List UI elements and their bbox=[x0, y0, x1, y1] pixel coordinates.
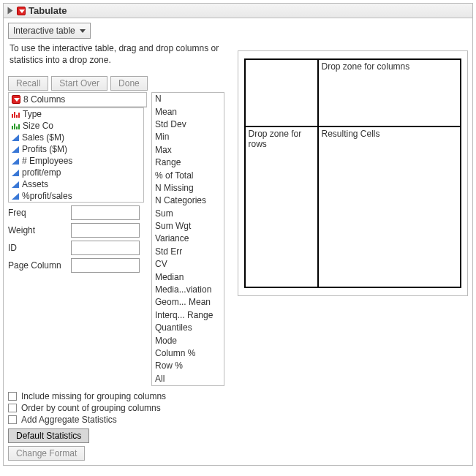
ordinal-icon bbox=[12, 122, 20, 129]
recall-button[interactable]: Recall bbox=[8, 76, 48, 91]
page-column-input[interactable] bbox=[71, 258, 140, 273]
column-item[interactable]: Type bbox=[9, 108, 143, 120]
columns-header[interactable]: 8 Columns bbox=[9, 93, 146, 107]
stat-item[interactable]: CV bbox=[152, 258, 224, 271]
stat-item[interactable]: Row % bbox=[152, 360, 224, 372]
dropzone-rows[interactable]: Drop zone for rows bbox=[245, 126, 318, 287]
column-item[interactable]: # Employees bbox=[9, 155, 143, 167]
mode-dropdown[interactable]: Interactive table bbox=[8, 23, 91, 39]
column-item-label: Sales ($M) bbox=[22, 132, 64, 143]
columns-list[interactable]: TypeSize CoSales ($M)Profits ($M)# Emplo… bbox=[8, 107, 144, 203]
mode-dropdown-label: Interactive table bbox=[13, 26, 75, 36]
columns-count-label: 8 Columns bbox=[23, 94, 65, 105]
stat-item[interactable]: Sum bbox=[152, 208, 224, 220]
stat-item[interactable]: All bbox=[152, 373, 224, 385]
column-item[interactable]: Assets bbox=[9, 178, 143, 190]
stat-item[interactable]: Column % bbox=[152, 347, 224, 360]
column-item-label: %profit/sales bbox=[22, 191, 72, 201]
stat-item[interactable]: Min bbox=[152, 131, 224, 143]
checkbox-icon bbox=[8, 404, 17, 412]
continuous-icon bbox=[12, 193, 19, 200]
continuous-icon bbox=[12, 146, 19, 153]
stat-item[interactable]: Sum Wgt bbox=[152, 220, 224, 233]
id-input[interactable] bbox=[71, 241, 140, 255]
helper-text: To use the interactive table, drag and d… bbox=[10, 43, 226, 66]
stat-item[interactable]: N Categories bbox=[152, 194, 224, 207]
column-item[interactable]: Size Co bbox=[9, 120, 143, 132]
freq-input[interactable] bbox=[71, 205, 140, 220]
column-item-label: profit/emp bbox=[22, 167, 61, 178]
stat-item[interactable]: Std Dev bbox=[152, 118, 224, 131]
column-item-label: Profits ($M) bbox=[22, 144, 67, 154]
stat-item[interactable]: Interq... Range bbox=[152, 309, 224, 322]
stat-item[interactable]: Range bbox=[152, 156, 224, 169]
column-item[interactable]: %profit/sales bbox=[9, 190, 143, 202]
include-missing-checkbox[interactable]: Include missing for grouping columns bbox=[8, 390, 227, 402]
stat-item[interactable]: % of Total bbox=[152, 170, 224, 182]
id-label: ID bbox=[8, 243, 68, 253]
dropzone-panel: Drop zone for columns Drop zone for rows… bbox=[238, 50, 469, 296]
tabulate-panel: Tabulate Interactive table To use the in… bbox=[3, 3, 473, 466]
add-aggregate-label: Add Aggregate Statistics bbox=[21, 415, 117, 425]
order-by-count-checkbox[interactable]: Order by count of grouping columns bbox=[8, 402, 227, 414]
column-item-label: Assets bbox=[22, 179, 48, 189]
red-menu-icon[interactable] bbox=[17, 7, 26, 15]
stat-item[interactable]: Geom... Mean bbox=[152, 296, 224, 309]
statistics-list[interactable]: NMeanStd DevMinMaxRange% of TotalN Missi… bbox=[151, 92, 224, 386]
disclosure-triangle-icon[interactable] bbox=[8, 7, 13, 15]
nominal-icon bbox=[12, 110, 20, 118]
add-aggregate-checkbox[interactable]: Add Aggregate Statistics bbox=[8, 414, 227, 426]
freq-label: Freq bbox=[8, 208, 68, 218]
continuous-icon bbox=[12, 170, 19, 176]
checkbox-icon bbox=[8, 415, 17, 424]
start-over-button[interactable]: Start Over bbox=[51, 76, 107, 91]
checkbox-icon bbox=[8, 392, 17, 401]
stat-item[interactable]: N Missing bbox=[152, 182, 224, 194]
stat-item[interactable]: Mode bbox=[152, 335, 224, 347]
weight-label: Weight bbox=[8, 225, 68, 235]
stat-item[interactable]: Mean bbox=[152, 106, 224, 118]
stat-item[interactable]: Quantiles bbox=[152, 322, 224, 334]
dropzone-cells[interactable]: Resulting Cells bbox=[318, 126, 461, 287]
stat-item[interactable]: Median bbox=[152, 271, 224, 284]
order-by-count-label: Order by count of grouping columns bbox=[21, 403, 161, 413]
panel-header[interactable]: Tabulate bbox=[4, 4, 472, 18]
column-item[interactable]: Profits ($M) bbox=[9, 143, 143, 155]
column-item-label: Size Co bbox=[23, 121, 53, 131]
dropzone-columns[interactable]: Drop zone for columns bbox=[318, 59, 461, 126]
chevron-down-icon bbox=[80, 29, 86, 33]
red-menu-icon[interactable] bbox=[12, 95, 20, 104]
default-statistics-button[interactable]: Default Statistics bbox=[8, 428, 89, 443]
column-item[interactable]: profit/emp bbox=[9, 167, 143, 178]
stat-item[interactable]: N bbox=[152, 93, 224, 105]
column-item[interactable]: Sales ($M) bbox=[9, 132, 143, 143]
stat-item[interactable]: Std Err bbox=[152, 246, 224, 258]
change-format-button[interactable]: Change Format bbox=[8, 446, 85, 461]
column-item-label: # Employees bbox=[22, 156, 72, 166]
stat-item[interactable]: Variance bbox=[152, 233, 224, 245]
weight-input[interactable] bbox=[71, 223, 140, 238]
stat-item[interactable]: Max bbox=[152, 144, 224, 156]
stat-item[interactable]: Media...viation bbox=[152, 284, 224, 296]
dropzone-corner[interactable] bbox=[245, 59, 318, 126]
page-column-label: Page Column bbox=[8, 260, 68, 271]
continuous-icon bbox=[12, 181, 19, 188]
column-item-label: Type bbox=[23, 109, 42, 119]
continuous-icon bbox=[12, 135, 19, 141]
include-missing-label: Include missing for grouping columns bbox=[21, 391, 166, 401]
done-button[interactable]: Done bbox=[110, 76, 148, 91]
continuous-icon bbox=[12, 158, 19, 165]
panel-title: Tabulate bbox=[29, 5, 67, 16]
